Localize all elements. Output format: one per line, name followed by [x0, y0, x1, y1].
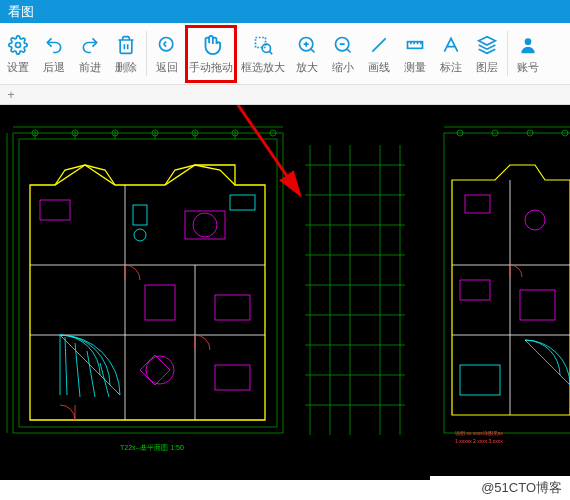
annotate-icon	[440, 34, 462, 56]
annotate-button[interactable]: 标注	[433, 25, 469, 83]
hand-icon	[200, 34, 222, 56]
zoom-in-button[interactable]: 放大	[289, 25, 325, 83]
account-label: 账号	[517, 60, 539, 75]
cad-canvas[interactable]: T22x--基平面图 1:50	[0, 105, 570, 480]
delete-button[interactable]: 删除	[108, 25, 144, 83]
pan-button[interactable]: 手动拖动	[185, 25, 237, 83]
toolbar: 设置 后退 前进 删除 返回 手动拖动 框选放大 放大 缩小 画线 测量	[0, 23, 570, 85]
zoom-out-icon	[332, 34, 354, 56]
layers-button[interactable]: 图层	[469, 25, 505, 83]
return-button[interactable]: 返回	[149, 25, 185, 83]
zoom-out-label: 缩小	[332, 60, 354, 75]
line-button[interactable]: 画线	[361, 25, 397, 83]
annotate-label: 标注	[440, 60, 462, 75]
forward-button[interactable]: 前进	[72, 25, 108, 83]
svg-point-7	[525, 38, 532, 45]
svg-point-0	[16, 42, 21, 47]
zoom-out-button[interactable]: 缩小	[325, 25, 361, 83]
zoom-in-icon	[296, 34, 318, 56]
measure-icon	[404, 34, 426, 56]
toolbar-separator	[146, 31, 147, 76]
user-icon	[517, 34, 539, 56]
pan-label: 手动拖动	[189, 60, 233, 75]
return-label: 返回	[156, 60, 178, 75]
box-zoom-button[interactable]: 框选放大	[237, 25, 289, 83]
svg-point-1	[160, 37, 173, 50]
measure-button[interactable]: 测量	[397, 25, 433, 83]
line-icon	[368, 34, 390, 56]
back-button[interactable]: 后退	[36, 25, 72, 83]
svg-rect-2	[256, 37, 266, 47]
measure-label: 测量	[404, 60, 426, 75]
trash-icon	[115, 34, 137, 56]
settings-button[interactable]: 设置	[0, 25, 36, 83]
back-label: 后退	[43, 60, 65, 75]
gear-icon	[7, 34, 29, 56]
delete-label: 删除	[115, 60, 137, 75]
account-button[interactable]: 账号	[510, 25, 546, 83]
redo-icon	[79, 34, 101, 56]
return-icon	[156, 34, 178, 56]
svg-line-8	[238, 105, 300, 195]
tab-strip: +	[0, 85, 570, 105]
settings-label: 设置	[7, 60, 29, 75]
title-bar: 看图	[0, 0, 570, 23]
layers-label: 图层	[476, 60, 498, 75]
forward-label: 前进	[79, 60, 101, 75]
line-label: 画线	[368, 60, 390, 75]
app-title: 看图	[8, 3, 34, 21]
box-zoom-icon	[252, 34, 274, 56]
zoom-in-label: 放大	[296, 60, 318, 75]
toolbar-separator	[507, 31, 508, 76]
watermark: @51CTO博客	[430, 476, 570, 500]
box-zoom-label: 框选放大	[241, 60, 285, 75]
annotation-arrow	[0, 105, 570, 480]
layers-icon	[476, 34, 498, 56]
add-tab-button[interactable]: +	[4, 88, 18, 102]
undo-icon	[43, 34, 65, 56]
watermark-text: @51CTO博客	[481, 479, 562, 497]
